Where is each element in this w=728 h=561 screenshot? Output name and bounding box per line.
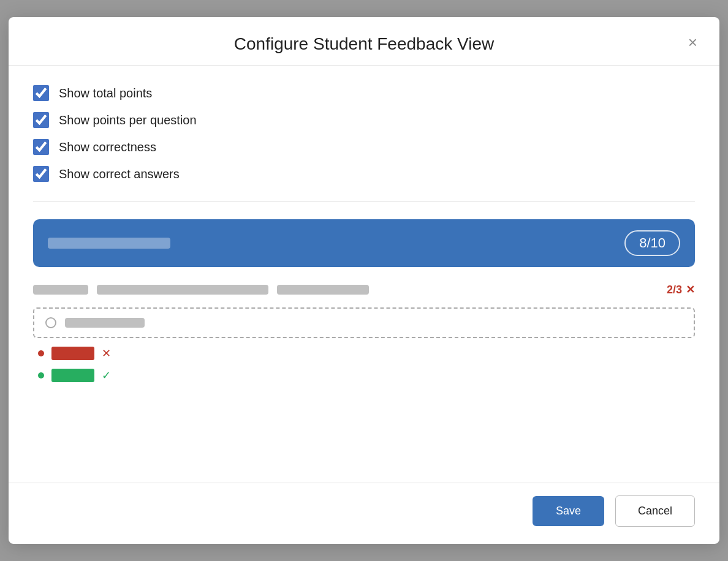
- checkbox-label-points-per-question: Show points per question: [59, 113, 197, 127]
- answer-option-incorrect: ✕: [38, 347, 695, 360]
- correct-color-block: [51, 369, 94, 382]
- checkbox-total-points[interactable]: [33, 85, 49, 101]
- question-pill-2: [97, 285, 268, 295]
- cancel-button[interactable]: Cancel: [615, 495, 695, 527]
- answer-input-box: [33, 307, 695, 338]
- checkbox-item-total-points[interactable]: Show total points: [33, 85, 695, 101]
- preview-section: 8/10 2/3 ✕: [33, 219, 695, 382]
- modal-body: Show total points Show points per questi…: [9, 66, 719, 483]
- checkbox-correctness[interactable]: [33, 139, 49, 155]
- checkbox-item-correct-answers[interactable]: Show correct answers: [33, 166, 695, 182]
- checkbox-label-correct-answers: Show correct answers: [59, 167, 180, 181]
- question-pill-3: [277, 285, 369, 295]
- answer-input-placeholder: [65, 318, 145, 328]
- checkbox-label-total-points: Show total points: [59, 86, 152, 100]
- incorrect-color-block: [51, 347, 94, 360]
- correct-answer-icon: ✓: [102, 369, 111, 382]
- modal-title: Configure Student Feedback View: [234, 34, 494, 54]
- incorrect-icon: ✕: [686, 283, 695, 296]
- modal-dialog: Configure Student Feedback View × Show t…: [9, 17, 719, 544]
- question-score: 2/3 ✕: [667, 283, 695, 296]
- incorrect-answer-icon: ✕: [102, 347, 111, 360]
- answer-options: ✕ ✓: [33, 347, 695, 382]
- save-button[interactable]: Save: [533, 496, 604, 526]
- dot-incorrect: [38, 350, 44, 356]
- question-pill-1: [33, 285, 88, 295]
- checkbox-list: Show total points Show points per questi…: [33, 85, 695, 182]
- checkbox-label-correctness: Show correctness: [59, 140, 156, 154]
- checkbox-points-per-question[interactable]: [33, 112, 49, 128]
- close-button[interactable]: ×: [683, 32, 702, 53]
- answer-option-correct: ✓: [38, 369, 695, 382]
- score-bar-placeholder: [48, 238, 170, 249]
- question-score-value: 2/3: [667, 284, 682, 296]
- question-row-left: [33, 285, 369, 295]
- checkbox-correct-answers[interactable]: [33, 166, 49, 182]
- radio-circle: [45, 317, 56, 328]
- checkbox-item-correctness[interactable]: Show correctness: [33, 139, 695, 155]
- checkbox-item-points-per-question[interactable]: Show points per question: [33, 112, 695, 128]
- section-divider: [33, 201, 695, 202]
- modal-footer: Save Cancel: [9, 483, 719, 544]
- dot-correct: [38, 372, 44, 378]
- score-badge: 8/10: [624, 230, 680, 256]
- modal-header: Configure Student Feedback View ×: [9, 17, 719, 66]
- score-bar: 8/10: [33, 219, 695, 267]
- question-row: 2/3 ✕: [33, 277, 695, 303]
